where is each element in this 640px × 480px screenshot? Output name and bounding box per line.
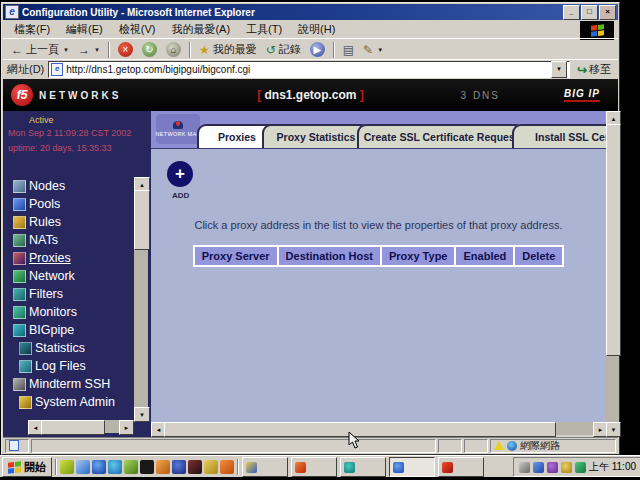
- network-map-label: NETWORK MAP: [156, 131, 201, 137]
- tab-create-ssl-certificate-request[interactable]: Create SSL Certificate Request: [357, 124, 525, 148]
- address-input[interactable]: e http://dns1.getop.com/bigipgui/bigconf…: [48, 61, 570, 78]
- forward-icon: →: [78, 44, 90, 56]
- task-window-icon: [393, 462, 404, 473]
- system-datetime: Mon Sep 2 11:09:28 CST 2002: [8, 128, 131, 138]
- back-dropdown-icon[interactable]: ▼: [63, 47, 69, 53]
- toolbar-separator: [333, 42, 335, 58]
- sidebar-item-bigpipe[interactable]: BIGpipe: [3, 321, 135, 339]
- column-header-enabled[interactable]: Enabled: [456, 247, 513, 265]
- print-button[interactable]: ▤: [339, 41, 358, 59]
- quick-launch-icon-3[interactable]: [92, 460, 106, 474]
- sidebar-item-system-admin[interactable]: System Admin: [3, 393, 135, 411]
- menu-tools[interactable]: 工具(T): [239, 21, 289, 38]
- taskbar-window-button-4-active[interactable]: [389, 457, 435, 477]
- page-scrollbar-thumb[interactable]: [606, 124, 621, 356]
- tray-volume-icon[interactable]: [519, 462, 530, 473]
- sidebar-item-pools[interactable]: Pools: [3, 195, 135, 213]
- quick-launch-icon-11[interactable]: [220, 460, 234, 474]
- title-bar[interactable]: e Configuration Utility - Microsoft Inte…: [3, 4, 618, 20]
- internet-zone-icon: [507, 441, 517, 451]
- stop-button[interactable]: ×: [114, 41, 137, 59]
- sidebar-item-label: Statistics: [35, 341, 85, 355]
- page-scroll-down-button[interactable]: ▼: [606, 422, 621, 437]
- go-button[interactable]: ↪ 移至: [574, 62, 614, 77]
- add-proxy-button[interactable]: +: [167, 161, 193, 187]
- taskbar-window-button-3[interactable]: [340, 457, 386, 477]
- taskbar-clock[interactable]: 上午 11:00: [589, 460, 636, 474]
- column-header-delete[interactable]: Delete: [515, 247, 562, 265]
- sidebar-item-log-files[interactable]: Log Files: [3, 357, 135, 375]
- tab-proxy-statistics[interactable]: Proxy Statistics: [262, 124, 370, 148]
- menu-favorites[interactable]: 我的最愛(A): [164, 21, 237, 38]
- go-icon: ↪: [577, 63, 587, 77]
- sidebar-scroll-right-button[interactable]: ►: [119, 420, 134, 435]
- sidebar-item-mindterm-ssh[interactable]: Mindterm SSH: [3, 375, 135, 393]
- taskbar-window-button-5[interactable]: [438, 457, 484, 477]
- rules-icon: [13, 216, 26, 229]
- sidebar-item-statistics[interactable]: Statistics: [3, 339, 135, 357]
- quick-launch-icon-4[interactable]: [108, 460, 122, 474]
- back-button[interactable]: ← 上一頁 ▼: [7, 41, 73, 59]
- column-header-proxy-type[interactable]: Proxy Type: [382, 247, 455, 265]
- sidebar-item-proxies[interactable]: Proxies: [3, 249, 135, 267]
- sidebar-hscrollbar-thumb[interactable]: [41, 420, 105, 435]
- history-button[interactable]: ↺ 記錄: [262, 41, 305, 59]
- taskbar-window-button-1[interactable]: [242, 457, 288, 477]
- url-text[interactable]: http://dns1.getop.com/bigipgui/bigconf.c…: [66, 64, 548, 75]
- status-document-pane: [5, 439, 29, 453]
- warning-icon: [494, 441, 504, 450]
- page-icon: e: [51, 63, 63, 76]
- quick-launch-icon-5[interactable]: [124, 460, 138, 474]
- close-button[interactable]: ×: [599, 5, 616, 20]
- quick-launch-icon-10[interactable]: [204, 460, 218, 474]
- sidebar-item-network[interactable]: Network: [3, 267, 135, 285]
- sidebar-scrollbar-thumb[interactable]: [134, 190, 150, 250]
- proxies-panel: + ADD Click a proxy address in the list …: [151, 149, 606, 422]
- network-map-button[interactable]: NETWORK MAP: [156, 114, 200, 144]
- menu-edit[interactable]: 編輯(E): [59, 21, 110, 38]
- quick-launch-icon-6[interactable]: [140, 460, 154, 474]
- edit-button[interactable]: ✎ ▼: [359, 41, 387, 59]
- minimize-button[interactable]: _: [563, 5, 580, 20]
- home-icon: ⌂: [166, 42, 181, 57]
- maximize-button[interactable]: □: [581, 5, 598, 20]
- column-header-destination-host[interactable]: Destination Host: [279, 247, 380, 265]
- media-button[interactable]: ▶: [306, 41, 329, 59]
- taskbar-window-button-2[interactable]: [291, 457, 337, 477]
- refresh-button[interactable]: ↻: [138, 41, 161, 59]
- browser-window: e Configuration Utility - Microsoft Inte…: [1, 2, 620, 455]
- logfiles-icon: [19, 360, 32, 373]
- tab-install-ssl-certificate[interactable]: Install SSL Certif: [512, 124, 606, 148]
- edit-dropdown-icon[interactable]: ▼: [377, 47, 383, 53]
- forward-dropdown-icon[interactable]: ▼: [94, 47, 100, 53]
- address-dropdown-button[interactable]: ▼: [551, 61, 567, 78]
- sidebar-scroll-down-button[interactable]: ▼: [134, 407, 150, 422]
- system-tray: 上午 11:00: [513, 457, 640, 477]
- tray-icon-5[interactable]: [575, 462, 586, 473]
- menu-view[interactable]: 檢視(V): [112, 21, 163, 38]
- quick-launch-icon-1[interactable]: [60, 460, 74, 474]
- menu-help[interactable]: 說明(H): [291, 21, 342, 38]
- quick-launch-icon-9[interactable]: [188, 460, 202, 474]
- home-button[interactable]: ⌂: [162, 41, 185, 59]
- bracket-right: ]: [360, 88, 364, 102]
- navigation-sidebar: Active Mon Sep 2 11:09:28 CST 2002 uptim…: [3, 111, 151, 437]
- bigpipe-icon: [13, 324, 26, 337]
- sidebar-item-monitors[interactable]: Monitors: [3, 303, 135, 321]
- column-header-proxy-server[interactable]: Proxy Server: [195, 247, 277, 265]
- menu-file[interactable]: 檔案(F): [7, 21, 57, 38]
- quick-launch-icon-8[interactable]: [172, 460, 186, 474]
- start-button[interactable]: 開始: [2, 457, 52, 477]
- sidebar-item-nodes[interactable]: Nodes: [3, 177, 135, 195]
- tray-icon-2[interactable]: [533, 462, 544, 473]
- sidebar-item-nats[interactable]: NATs: [3, 231, 135, 249]
- quick-launch-icon-7[interactable]: [156, 460, 170, 474]
- quick-launch-icon-2[interactable]: [76, 460, 90, 474]
- tray-icon-4[interactable]: [561, 462, 572, 473]
- forward-button[interactable]: → ▼: [74, 41, 104, 59]
- sidebar-item-rules[interactable]: Rules: [3, 213, 135, 231]
- pools-icon: [13, 198, 26, 211]
- favorites-button[interactable]: ★ 我的最愛: [195, 41, 261, 59]
- tray-icon-3[interactable]: [547, 462, 558, 473]
- sidebar-item-filters[interactable]: Filters: [3, 285, 135, 303]
